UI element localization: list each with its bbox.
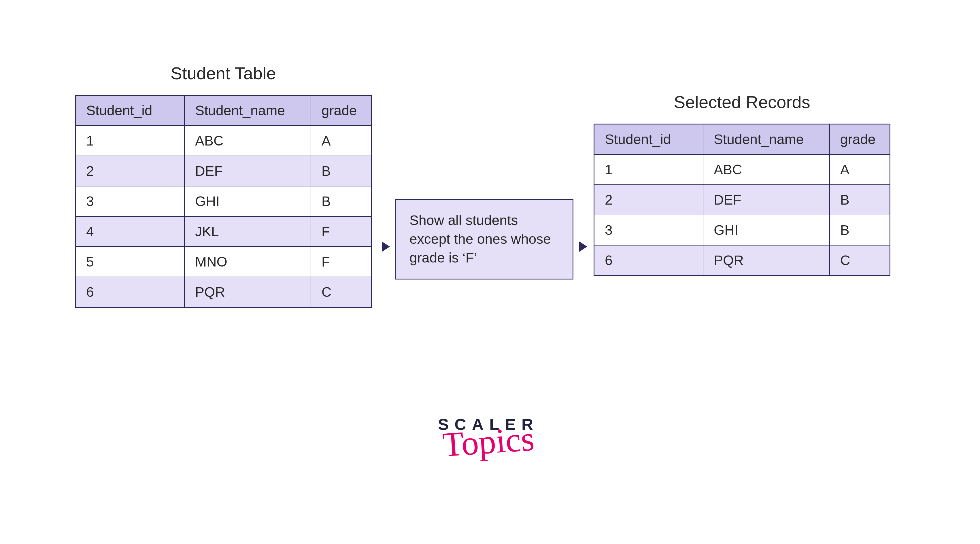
cell-student-id: 1 [594,154,703,185]
table-row: 1 ABC A [594,154,890,185]
cell-student-id: 6 [75,277,185,307]
cell-student-name: GHI [703,215,830,245]
cell-grade: A [311,126,371,156]
col-header-student-id: Student_id [594,124,703,155]
col-header-student-name: Student_name [703,124,830,155]
cell-student-id: 2 [594,185,703,215]
cell-student-id: 3 [75,186,185,216]
logo-line-2: Topics [442,425,535,459]
cell-student-id: 4 [75,216,185,247]
filter-operation-text: Show all students except the ones whose … [409,213,551,266]
cell-student-name: DEF [703,185,830,215]
cell-student-name: MNO [185,247,311,277]
table-row: 2 DEF B [594,185,890,215]
student-table-title: Student Table [75,64,372,83]
cell-student-id: 2 [75,156,185,186]
cell-student-id: 3 [594,215,703,245]
arrow-right-icon [579,242,587,252]
col-header-grade: grade [311,95,371,126]
cell-grade: A [830,154,890,185]
cell-grade: B [311,156,371,186]
filter-operation-box: Show all students except the ones whose … [395,199,573,280]
cell-student-name: GHI [185,186,311,216]
cell-grade: B [830,185,890,215]
selected-records-title: Selected Records [593,92,890,112]
cell-grade: B [830,215,890,245]
diagram-canvas: Student Table Student_id Student_name gr… [0,0,980,544]
cell-grade: C [830,245,890,276]
table-row: 3 GHI B [75,186,371,216]
cell-grade: F [311,216,371,247]
cell-student-id: 1 [75,126,185,156]
scaler-topics-logo: SCALER Topics [438,415,539,455]
col-header-grade: grade [830,124,890,155]
col-header-student-name: Student_name [185,95,311,126]
cell-grade: F [311,247,371,277]
table-header-row: Student_id Student_name grade [594,124,890,155]
cell-grade: B [311,186,371,216]
table-row: 6 PQR C [594,245,890,276]
cell-student-name: ABC [185,126,311,156]
table-row: 6 PQR C [75,277,371,307]
student-table: Student_id Student_name grade 1 ABC A 2 … [75,95,372,308]
cell-student-id: 6 [594,245,703,276]
selected-records-block: Selected Records Student_id Student_name… [593,92,890,276]
cell-student-name: JKL [185,216,311,247]
table-row: 2 DEF B [75,156,371,186]
cell-student-id: 5 [75,247,185,277]
cell-student-name: ABC [703,154,830,185]
col-header-student-id: Student_id [75,95,185,126]
cell-student-name: DEF [185,156,311,186]
table-row: 4 JKL F [75,216,371,247]
table-row: 1 ABC A [75,126,371,156]
cell-student-name: PQR [185,277,311,307]
cell-student-name: PQR [703,245,830,276]
student-table-block: Student Table Student_id Student_name gr… [75,64,372,308]
table-header-row: Student_id Student_name grade [75,95,371,126]
cell-grade: C [311,277,371,307]
table-row: 5 MNO F [75,247,371,277]
table-row: 3 GHI B [594,215,890,245]
arrow-right-icon [382,242,390,252]
selected-records-table: Student_id Student_name grade 1 ABC A 2 … [593,124,890,276]
